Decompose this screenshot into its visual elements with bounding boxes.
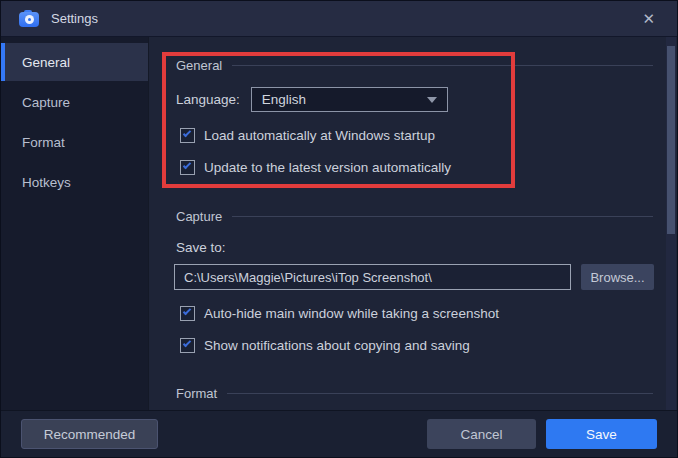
checkbox-label: Auto-hide main window while taking a scr… [204, 306, 499, 321]
section-divider-line [227, 393, 653, 394]
checkbox-label: Update to the latest version automatical… [204, 160, 451, 175]
title-bar: Settings ✕ [1, 1, 677, 37]
checkbox-checked-icon [180, 338, 195, 353]
checkbox-show-notifications[interactable]: Show notifications about copying and sav… [180, 338, 470, 353]
capture-section-header: Capture [176, 208, 653, 224]
section-divider-line [232, 65, 653, 66]
general-section-header: General [176, 57, 653, 73]
vertical-scrollbar-thumb[interactable] [667, 46, 675, 234]
capture-section-title: Capture [176, 209, 222, 224]
language-label: Language: [176, 92, 240, 107]
checkbox-checked-icon [180, 160, 195, 175]
close-icon[interactable]: ✕ [638, 9, 659, 28]
settings-dialog: Settings ✕ General Capture Format Hotkey… [0, 0, 678, 458]
format-section-header: Format [176, 385, 653, 401]
general-section-title: General [176, 58, 222, 73]
format-section-title: Format [176, 386, 217, 401]
checkbox-checked-icon [180, 128, 195, 143]
language-selected-value: English [262, 92, 427, 107]
checkbox-auto-update[interactable]: Update to the latest version automatical… [180, 160, 451, 175]
cancel-button[interactable]: Cancel [427, 419, 536, 449]
save-button[interactable]: Save [546, 419, 657, 449]
sidebar-item-label: Format [22, 135, 65, 150]
recommended-button[interactable]: Recommended [21, 419, 158, 449]
checkbox-label: Show notifications about copying and sav… [204, 338, 470, 353]
checkbox-auto-hide-window[interactable]: Auto-hide main window while taking a scr… [180, 306, 499, 321]
dialog-footer: Recommended Cancel Save [1, 410, 677, 457]
window-title: Settings [51, 11, 98, 26]
checkbox-checked-icon [180, 306, 195, 321]
sidebar-item-hotkeys[interactable]: Hotkeys [1, 163, 148, 201]
settings-sidebar: General Capture Format Hotkeys [1, 37, 149, 410]
section-divider-line [232, 216, 653, 217]
checkbox-label: Load automatically at Windows startup [204, 128, 435, 143]
camera-app-icon [19, 9, 39, 29]
sidebar-item-label: Hotkeys [22, 175, 71, 190]
vertical-scrollbar-track[interactable] [666, 37, 676, 410]
sidebar-item-capture[interactable]: Capture [1, 83, 148, 121]
sidebar-item-label: Capture [22, 95, 70, 110]
browse-button[interactable]: Browse... [581, 264, 654, 290]
checkbox-load-at-startup[interactable]: Load automatically at Windows startup [180, 128, 435, 143]
sidebar-item-label: General [22, 55, 70, 70]
language-dropdown[interactable]: English [251, 87, 448, 112]
save-path-input[interactable] [174, 264, 571, 290]
sidebar-item-format[interactable]: Format [1, 123, 148, 161]
save-to-label: Save to: [176, 240, 226, 255]
language-row: Language: English [176, 87, 448, 112]
settings-content: General Language: English Load automatic… [149, 37, 677, 410]
sidebar-item-general[interactable]: General [1, 43, 148, 81]
chevron-down-icon [427, 97, 437, 103]
dialog-body: General Capture Format Hotkeys General L… [1, 37, 677, 410]
